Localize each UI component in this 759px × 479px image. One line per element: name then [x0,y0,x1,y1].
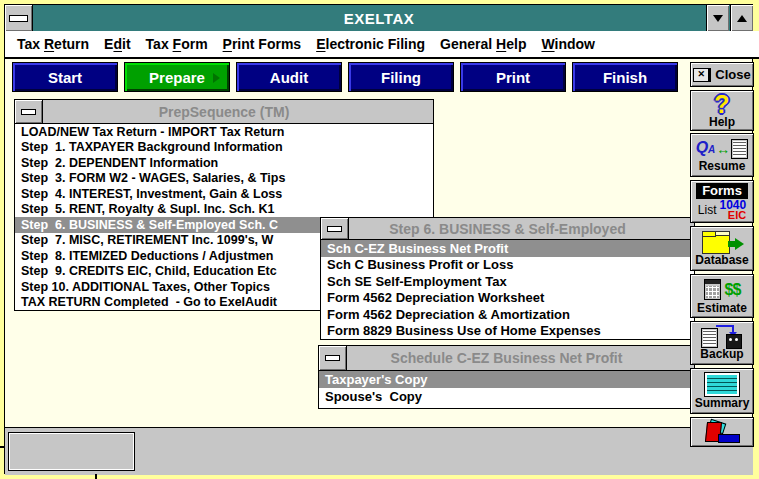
calculator-icon [704,279,721,300]
finish-button[interactable]: Finish [572,62,678,92]
double-arrow-icon: ↔ [716,142,730,156]
estimate-button[interactable]: $$ Estimate [690,274,754,318]
menu-bar: Tax ReturnEditTax FormPrint FormsElectro… [5,31,759,59]
resume-label: Resume [699,160,746,173]
exeltax-application: EXELTAX Tax ReturnEditTax FormPrint Form… [0,0,759,479]
prepare-button[interactable]: Prepare [124,62,230,92]
titlebar[interactable]: EXELTAX [5,5,753,31]
start-button-label: Start [48,69,82,86]
schedule-cez-titlebar[interactable]: Schedule C-EZ Business Net Profit [319,346,694,371]
print-button-label: Print [496,69,530,86]
summary-table-icon [704,372,740,397]
frame-notch-bottom [95,474,97,479]
eic-label: EIC [728,210,746,220]
start-button[interactable]: Start [12,62,118,92]
prepare-button-label: Prepare [149,69,205,86]
resume-icon: QA ↔ [696,138,749,160]
database-folder-icon [700,230,744,254]
backup-button[interactable]: Backup [690,321,754,365]
control-menu-icon [21,109,36,115]
book-arrow-icon [702,421,742,443]
step6-title: Step 6. BUSINESS & Self-Employed [389,221,626,237]
list-item[interactable]: Step 4. INTEREST, Investment, Gain & Los… [15,186,433,202]
list-item[interactable]: Step 2. DEPENDENT Information [15,155,433,171]
dollars-icon: $$ [725,281,741,299]
forms-list-label: List [698,200,717,220]
status-bar [5,427,753,475]
resume-button[interactable]: QA ↔ Resume [690,133,754,177]
prepare-arrow-icon [213,73,220,83]
schedule-cez-control-menu-button[interactable] [319,346,347,370]
control-menu-icon [327,226,342,232]
database-button[interactable]: Database [690,226,754,271]
help-label: Help [709,116,735,129]
audit-button-label: Audit [270,69,308,86]
green-arrow-icon [735,238,744,250]
partial-bottom-button[interactable] [690,417,754,447]
forms-list-button[interactable]: Forms List 1040 EIC [690,180,754,223]
list-item[interactable]: Step 1. TAXPAYER Background Information [15,140,433,156]
menu-item-edit[interactable]: Edit [104,36,130,52]
filing-button-label: Filing [381,69,421,86]
forms-chip: Forms [696,183,748,199]
list-item[interactable]: Spouse's Copy [319,388,694,405]
list-item[interactable]: Taxpayer's Copy [319,371,694,388]
close-icon: ✕ [693,68,711,82]
backup-tape-icon [726,334,742,349]
prepsequence-title: PrepSequence (TM) [159,104,290,120]
qa-icon: QA [696,140,716,158]
prepsequence-titlebar[interactable]: PrepSequence (TM) [15,100,433,124]
menu-item-print-forms[interactable]: Print Forms [223,36,302,52]
list-item[interactable]: Step 5. RENT, Royalty & Supl. Inc. Sch. … [15,202,433,218]
schedule-cez-title: Schedule C-EZ Business Net Profit [391,350,623,366]
forms-list-row: List 1040 EIC [698,200,746,220]
close-button[interactable]: ✕ Close [690,62,754,87]
help-question-icon: ? [714,92,729,116]
list-item[interactable]: Sch SE Self-Employment Tax [321,273,694,290]
document-icon [731,139,748,159]
folder-icon [702,235,730,254]
print-button[interactable]: Print [460,62,566,92]
backup-label: Backup [700,348,743,361]
blue-bar-icon [718,434,740,443]
estimate-label: Estimate [697,302,747,315]
backup-icon [700,325,744,348]
menu-item-general-help[interactable]: General Help [440,36,526,52]
frame-notch-left [0,446,5,448]
list-item[interactable]: Sch C-EZ Business Net Profit [321,240,694,257]
help-button[interactable]: ? Help [690,90,754,131]
list-item[interactable]: Form 8829 Business Use of Home Expenses [321,323,694,340]
list-item[interactable]: LOAD/NEW Tax Return - IMPORT Tax Return [15,124,433,140]
menu-item-tax-form[interactable]: Tax Form [146,36,208,52]
step6-titlebar[interactable]: Step 6. BUSINESS & Self-Employed [321,218,694,240]
step6-list: Sch C-EZ Business Net ProfitSch C Busine… [321,240,694,339]
window-title: EXELTAX [5,5,753,31]
list-item[interactable]: Sch C Business Profit or Loss [321,257,694,274]
step6-window: Step 6. BUSINESS & Self-Employed Sch C-E… [320,217,695,340]
summary-button[interactable]: Summary [690,368,754,414]
control-menu-icon [325,355,340,361]
forms-1040-eic: 1040 EIC [719,200,746,220]
summary-label: Summary [695,397,750,410]
step6-control-menu-button[interactable] [321,218,349,239]
finish-button-label: Finish [603,69,647,86]
minimize-icon [713,15,723,22]
maximize-icon [737,15,747,22]
audit-button[interactable]: Audit [236,62,342,92]
menu-item-electronic-filing[interactable]: Electronic Filing [316,36,425,52]
maximize-button[interactable] [730,5,753,31]
prepsequence-control-menu-button[interactable] [15,100,43,123]
list-item[interactable]: Form 4562 Depreciation & Amortization [321,306,694,323]
database-label: Database [695,254,748,267]
status-message-field [8,432,135,471]
estimate-icon: $$ [704,278,741,302]
list-item[interactable]: Step 3. FORM W2 - WAGES, Salaries, & Tip… [15,171,433,187]
close-label: Close [715,68,750,81]
schedule-cez-window: Schedule C-EZ Business Net Profit Taxpay… [318,345,695,409]
schedule-cez-list: Taxpayer's CopySpouse's Copy [319,371,694,408]
list-item[interactable]: Form 4562 Depreciation Worksheet [321,290,694,307]
menu-item-window[interactable]: Window [541,36,595,52]
filing-button[interactable]: Filing [348,62,454,92]
menu-item-tax-return[interactable]: Tax Return [17,36,89,52]
minimize-button[interactable] [706,5,729,31]
